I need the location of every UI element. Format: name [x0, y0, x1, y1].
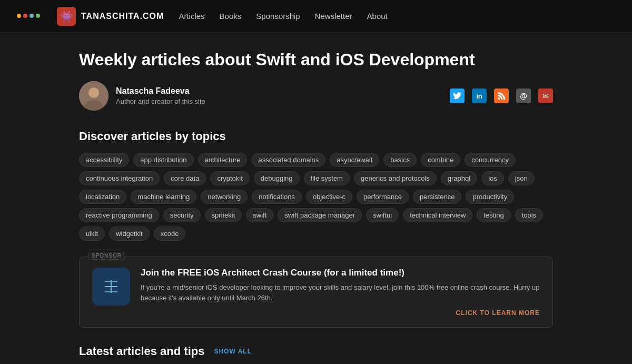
topic-tag[interactable]: debugging: [254, 171, 300, 185]
topic-tag[interactable]: json: [508, 171, 535, 185]
topic-tag[interactable]: objective-c: [306, 190, 352, 204]
nav-link-articles[interactable]: Articles: [179, 12, 204, 21]
topic-tag[interactable]: associated domains: [251, 153, 325, 167]
topic-tag[interactable]: performance: [357, 190, 409, 204]
site-logo-icon: 👾: [57, 7, 76, 26]
topics-container: accessibilityapp distributionarchitectur…: [79, 153, 553, 241]
topic-tag[interactable]: core data: [164, 171, 206, 185]
nav-link-newsletter[interactable]: Newsletter: [315, 12, 352, 21]
topic-tag[interactable]: spritekit: [205, 208, 242, 222]
social-icons: in @ ✉: [450, 88, 553, 103]
topic-tag[interactable]: notifications: [252, 190, 302, 204]
topic-tag[interactable]: swiftui: [366, 208, 399, 222]
nav-link-books[interactable]: Books: [220, 12, 242, 21]
topic-tag[interactable]: combine: [421, 153, 460, 167]
topic-tag[interactable]: reactive programming: [79, 208, 159, 222]
author-left: Natascha Fadeeva Author and creator of t…: [79, 81, 205, 111]
author-info: Natascha Fadeeva Author and creator of t…: [116, 86, 205, 105]
main-content: Weekly articles about Swift and iOS Deve…: [68, 33, 564, 364]
topic-tag[interactable]: xcode: [154, 227, 186, 241]
nav-links: Articles Books Sponsorship Newsletter Ab…: [179, 12, 387, 21]
topic-tag[interactable]: productivity: [466, 190, 514, 204]
topic-tag[interactable]: continuous integration: [79, 171, 160, 185]
topic-tag[interactable]: uikit: [79, 227, 105, 241]
topic-tag[interactable]: basics: [383, 153, 417, 167]
topic-tag[interactable]: swift package manager: [278, 208, 362, 222]
topic-tag[interactable]: testing: [477, 208, 510, 222]
sponsor-box: SPONSOR Join the FREE iOS Architect Cras…: [79, 257, 553, 328]
sponsor-cta[interactable]: CLICK TO LEARN MORE: [141, 309, 540, 317]
linkedin-icon[interactable]: in: [472, 88, 487, 103]
site-name: TANASCHITA.COM: [81, 12, 164, 21]
twitter-icon[interactable]: [450, 88, 465, 103]
dot-3: [29, 14, 34, 18]
sponsor-inner: Join the FREE iOS Architect Crash Course…: [92, 268, 540, 317]
author-name: Natascha Fadeeva: [116, 86, 205, 96]
author-avatar: [79, 81, 108, 111]
topic-tag[interactable]: technical interview: [403, 208, 472, 222]
logo-area: [17, 14, 40, 19]
at-icon[interactable]: @: [516, 88, 531, 103]
topic-tag[interactable]: tools: [515, 208, 543, 222]
dot-2: [23, 14, 27, 18]
page-title: Weekly articles about Swift and iOS Deve…: [79, 50, 553, 70]
latest-section-title: Latest articles and tips: [79, 345, 204, 358]
author-description: Author and creator of this site: [116, 97, 205, 105]
nav-link-sponsorship[interactable]: Sponsorship: [256, 12, 300, 21]
topic-tag[interactable]: cryptokit: [210, 171, 249, 185]
topic-tag[interactable]: widgetkit: [109, 227, 150, 241]
mail-icon[interactable]: ✉: [538, 88, 553, 103]
topic-tag[interactable]: persistence: [413, 190, 461, 204]
svg-point-1: [88, 87, 99, 98]
rss-icon[interactable]: [494, 88, 509, 103]
nav-dots: [17, 14, 40, 18]
topic-tag[interactable]: machine learning: [131, 190, 196, 204]
topic-tag[interactable]: app distribution: [133, 153, 193, 167]
dot-1: [17, 14, 21, 18]
sponsor-label: SPONSOR: [88, 252, 125, 260]
author-row: Natascha Fadeeva Author and creator of t…: [79, 81, 553, 111]
topic-tag[interactable]: generics and protocols: [354, 171, 437, 185]
sponsor-description: If you're a mid/senior iOS developer loo…: [141, 282, 540, 303]
topic-tag[interactable]: async/await: [330, 153, 379, 167]
topic-tag[interactable]: security: [163, 208, 201, 222]
sponsor-icon: [92, 268, 130, 306]
sponsor-content: Join the FREE iOS Architect Crash Course…: [141, 268, 540, 317]
latest-header: Latest articles and tips SHOW ALL: [79, 345, 553, 358]
topic-tag[interactable]: swift: [246, 208, 273, 222]
topic-tag[interactable]: file system: [304, 171, 350, 185]
show-all-link[interactable]: SHOW ALL: [214, 348, 252, 355]
topic-tag[interactable]: networking: [201, 190, 248, 204]
topic-tag[interactable]: graphql: [441, 171, 477, 185]
sponsor-title: Join the FREE iOS Architect Crash Course…: [141, 268, 540, 278]
navigation: 👾 TANASCHITA.COM Articles Books Sponsors…: [0, 0, 632, 33]
svg-point-3: [498, 97, 500, 100]
topics-section-title: Discover articles by topics: [79, 130, 553, 143]
dot-4: [36, 14, 40, 18]
topic-tag[interactable]: ios: [481, 171, 504, 185]
topic-tag[interactable]: architecture: [198, 153, 248, 167]
topic-tag[interactable]: accessibility: [79, 153, 129, 167]
nav-link-about[interactable]: About: [367, 12, 388, 21]
topic-tag[interactable]: localization: [79, 190, 126, 204]
topic-tag[interactable]: concurrency: [465, 153, 516, 167]
